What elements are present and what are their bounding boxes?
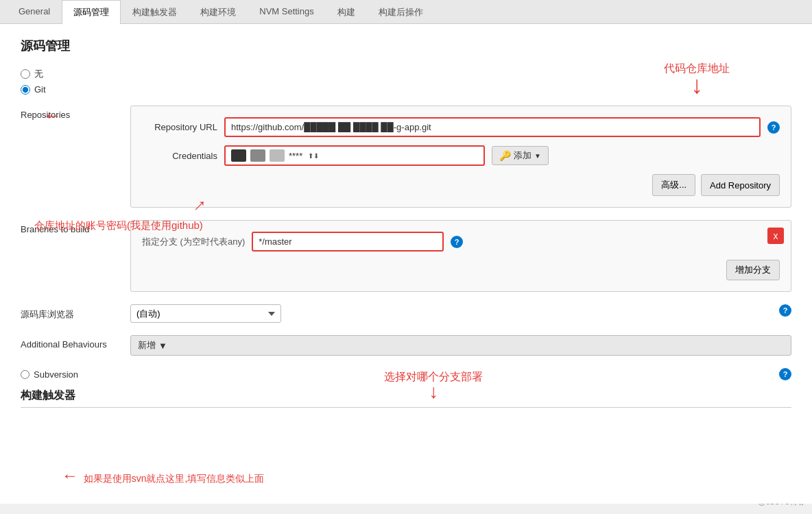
page-title: 源码管理: [21, 38, 791, 54]
cred-select-arrow-icon: ⬆⬇: [308, 152, 319, 160]
source-browser-section: 源码库浏览器 (自动) ?: [21, 304, 791, 323]
repo-url-row: Repository URL ?: [142, 117, 780, 137]
repo-box: Repository URL ? Credentials ****: [130, 106, 791, 208]
add-branch-button[interactable]: 增加分支: [726, 260, 780, 280]
advanced-button[interactable]: 高级...: [652, 174, 695, 196]
additional-behaviours-content: 新增 ▼: [130, 335, 791, 356]
tab-scm[interactable]: 源码管理: [62, 0, 121, 24]
branches-label: Branches to build: [21, 220, 117, 234]
add-repository-button[interactable]: Add Repository: [701, 174, 780, 196]
additional-behaviours-label: Additional Behaviours: [21, 335, 117, 350]
repo-buttons: 高级... Add Repository: [142, 174, 780, 196]
main-content: 源码管理 无 Git Repositories: [0, 24, 812, 504]
branch-input[interactable]: [252, 232, 444, 252]
branch-specifier-label: 指定分支 (为空时代表any): [142, 236, 245, 248]
branches-box: x 指定分支 (为空时代表any) ? 增加分支: [130, 220, 791, 292]
branch-buttons: 增加分支: [142, 260, 780, 280]
radio-git-label: Git: [34, 84, 46, 95]
key-icon: 🔑: [499, 150, 511, 161]
source-browser-content: (自动): [130, 304, 765, 323]
credentials-label: Credentials: [142, 151, 217, 161]
source-browser-label: 源码库浏览器: [21, 304, 117, 321]
cred-block-gray: [250, 149, 265, 162]
repo-url-input[interactable]: [224, 117, 761, 137]
new-behaviour-btn[interactable]: 新增 ▼: [130, 335, 791, 356]
cred-block-light: [270, 149, 285, 162]
tab-general[interactable]: General: [7, 0, 62, 24]
branches-section: Branches to build x 指定分支 (为空时代表any) ? 增加…: [21, 220, 791, 292]
tab-build-triggers[interactable]: 构建触发器: [121, 0, 189, 24]
credentials-row: Credentials **** ⬆⬇ 🔑 添加: [142, 145, 780, 166]
source-browser-select[interactable]: (自动): [130, 304, 281, 323]
repo-url-help-icon[interactable]: ?: [767, 121, 780, 134]
radio-none[interactable]: 无: [21, 68, 791, 80]
new-btn-label: 新增: [138, 339, 156, 352]
scm-radio-group: 无 Git: [21, 68, 791, 95]
add-credentials-btn[interactable]: 🔑 添加 ▼: [492, 146, 549, 165]
tab-nvm-settings[interactable]: NVM Settings: [248, 0, 325, 24]
branch-help-icon[interactable]: ?: [451, 236, 463, 248]
dropdown-arrow-icon: ▼: [534, 152, 541, 160]
tabs-bar: General 源码管理 构建触发器 构建环境 NVM Settings 构建 …: [0, 0, 812, 24]
radio-git[interactable]: Git: [21, 84, 791, 95]
radio-none-label: 无: [34, 68, 43, 80]
repositories-section: Repositories Repository URL ? Credential…: [21, 106, 791, 208]
tab-post-build[interactable]: 构建后操作: [367, 0, 435, 24]
cred-block-dark: [231, 149, 246, 162]
new-btn-arrow-icon: ▼: [158, 341, 167, 351]
branch-row: 指定分支 (为空时代表any) ?: [142, 232, 780, 252]
branches-content: x 指定分支 (为空时代表any) ? 增加分支: [130, 220, 791, 292]
subversion-row: Subversion ?: [21, 368, 791, 380]
repositories-label: Repositories: [21, 106, 117, 120]
radio-svn-input[interactable]: [21, 370, 29, 379]
add-credentials-label: 添加: [514, 149, 532, 162]
tab-build-env[interactable]: 构建环境: [189, 0, 248, 24]
cred-dots: ****: [289, 151, 302, 161]
repo-url-label: Repository URL: [142, 122, 217, 132]
repositories-content: Repository URL ? Credentials ****: [130, 106, 791, 208]
radio-git-input[interactable]: [21, 85, 30, 95]
additional-behaviours-section: Additional Behaviours 新增 ▼: [21, 335, 791, 356]
tab-build[interactable]: 构建: [326, 0, 367, 24]
build-trigger-header: 构建触发器: [21, 389, 791, 408]
source-browser-help-icon[interactable]: ?: [779, 304, 791, 317]
radio-none-input[interactable]: [21, 69, 30, 79]
svn-help-icon[interactable]: ?: [779, 368, 791, 380]
credentials-select[interactable]: **** ⬆⬇: [224, 145, 485, 166]
delete-branch-button[interactable]: x: [767, 228, 784, 244]
radio-svn-label: Subversion: [34, 369, 78, 380]
